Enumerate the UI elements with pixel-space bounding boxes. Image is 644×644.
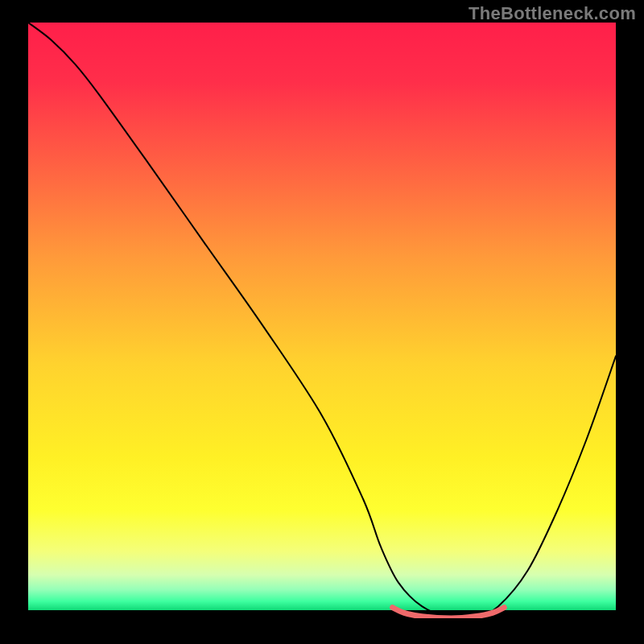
plot-area bbox=[28, 23, 616, 618]
bottleneck-curve bbox=[28, 23, 616, 618]
watermark-text: TheBottleneck.com bbox=[469, 3, 636, 24]
chart-frame: TheBottleneck.com bbox=[0, 0, 644, 644]
flat-minimum-marker bbox=[393, 608, 505, 618]
curve-layer bbox=[28, 23, 616, 618]
